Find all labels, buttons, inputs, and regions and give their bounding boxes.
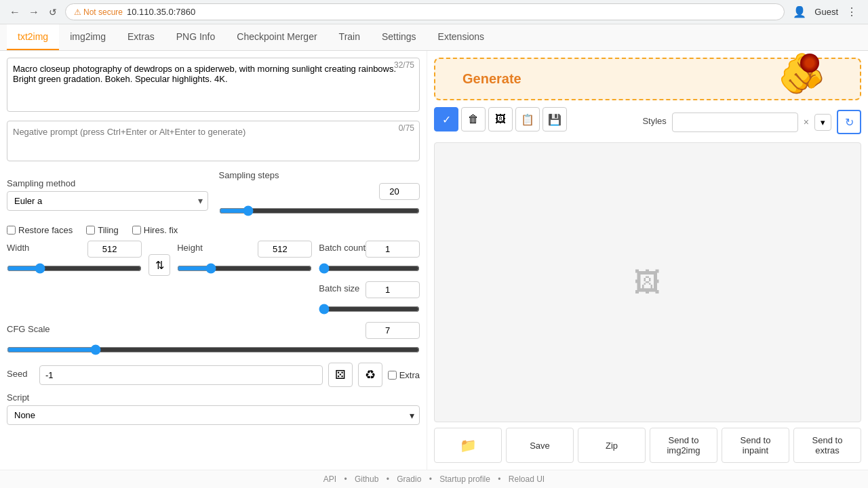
dice-icon: ⚄: [335, 367, 346, 382]
hires-fix-checkbox[interactable]: [132, 226, 141, 235]
height-label: Height: [177, 243, 203, 253]
generate-button[interactable]: Generate: [449, 66, 535, 92]
sampling-steps-input[interactable]: [379, 183, 420, 200]
send-to-extras-button[interactable]: Send to extras: [793, 428, 861, 463]
styles-input[interactable]: [672, 113, 798, 132]
footer-gradio-link[interactable]: Gradio: [397, 474, 421, 484]
zip-button[interactable]: Zip: [578, 428, 646, 463]
tab-settings[interactable]: Settings: [371, 24, 427, 50]
send-to-inpaint-button[interactable]: Send to inpaint: [722, 428, 789, 463]
seed-row: Seed ⚄ ♻ Extra: [7, 363, 420, 387]
styles-dropdown-button[interactable]: ▾: [814, 114, 831, 131]
checkmark-button[interactable]: ✓: [434, 107, 458, 131]
sampling-controls-row: Sampling method Euler a Euler LMS Heun D…: [7, 170, 420, 218]
hires-fix-label[interactable]: Hires. fix: [132, 225, 178, 235]
footer-api-link[interactable]: API: [323, 474, 336, 484]
sampling-steps-col: Sampling steps: [219, 170, 420, 218]
batch-count-input[interactable]: [366, 241, 420, 258]
url-text: 10.110.35.0:7860: [127, 7, 195, 17]
seed-input[interactable]: [39, 365, 323, 385]
positive-prompt-input[interactable]: [7, 58, 420, 112]
sampling-method-select[interactable]: Euler a Euler LMS Heun DPM2 DPM2 a DPM++…: [7, 191, 208, 211]
sampling-method-label: Sampling method: [7, 178, 208, 188]
save-image-button[interactable]: Save: [506, 428, 574, 463]
toolbar-icons: ✓ 🗑 🖼 📋 💾: [434, 107, 567, 131]
tab-train[interactable]: Train: [328, 24, 371, 50]
sampling-steps-label: Sampling steps: [219, 170, 420, 180]
width-col: Width: [7, 241, 142, 276]
positive-token-count: 32/75: [394, 60, 414, 70]
checkboxes-row: Restore faces Tiling Hires. fix: [7, 225, 420, 235]
batch-size-input[interactable]: [366, 281, 420, 298]
script-row: Script None ▾: [7, 392, 420, 425]
batch-size-slider[interactable]: [319, 304, 420, 314]
cfg-row: CFG Scale: [7, 322, 420, 357]
batch-count-slider[interactable]: [319, 263, 420, 274]
image-button[interactable]: 🖼: [488, 107, 513, 131]
extra-checkbox-label[interactable]: Extra: [388, 370, 420, 380]
restore-faces-label[interactable]: Restore faces: [7, 225, 73, 235]
height-col: Height: [177, 241, 312, 276]
width-slider[interactable]: [7, 263, 142, 274]
negative-prompt-input[interactable]: [7, 121, 420, 161]
footer-github-link[interactable]: Github: [355, 474, 378, 484]
seed-recycle-button[interactable]: ♻: [358, 363, 382, 387]
not-secure-indicator: ⚠ Not secure: [74, 7, 123, 17]
account-label: Guest: [814, 7, 838, 17]
refresh-styles-button[interactable]: ↻: [837, 110, 861, 134]
sampling-steps-slider[interactable]: [219, 205, 420, 216]
cfg-slider[interactable]: [7, 344, 420, 355]
seed-dice-button[interactable]: ⚄: [328, 363, 353, 387]
page: txt2img img2img Extras PNG Info Checkpoi…: [0, 24, 868, 488]
tab-txt2img[interactable]: txt2img: [7, 24, 59, 50]
tiling-label[interactable]: Tiling: [86, 225, 119, 235]
footer: API • Github • Gradio • Startup profile …: [0, 470, 868, 488]
left-panel: 32/75 0/75 Sampling method Euler a Euler…: [0, 51, 427, 470]
clipboard-button[interactable]: 📋: [515, 107, 540, 131]
tab-checkpoint-merger[interactable]: Checkpoint Merger: [226, 24, 328, 50]
open-folder-button[interactable]: 📁: [434, 428, 502, 463]
cursor-dot: [800, 54, 819, 73]
account-button[interactable]: 👤: [790, 3, 809, 21]
positive-prompt-wrapper: 32/75: [7, 58, 420, 114]
footer-startup-profile-link[interactable]: Startup profile: [439, 474, 490, 484]
width-input[interactable]: [87, 241, 142, 258]
extra-checkbox[interactable]: [388, 371, 397, 380]
cfg-label: CFG Scale: [7, 324, 50, 334]
styles-area: Styles × ▾ ↻: [642, 110, 861, 134]
tab-extensions[interactable]: Extensions: [427, 24, 495, 50]
browser-actions: 👤 Guest ⋮: [790, 3, 860, 21]
forward-button[interactable]: →: [27, 5, 41, 19]
trash-button[interactable]: 🗑: [461, 107, 486, 131]
tiling-checkbox[interactable]: [86, 226, 95, 235]
tab-extras[interactable]: Extras: [117, 24, 165, 50]
toolbar-row: ✓ 🗑 🖼 📋 💾 Styles × ▾ ↻: [434, 107, 861, 137]
negative-prompt-wrapper: 0/75: [7, 121, 420, 163]
tab-png-info[interactable]: PNG Info: [165, 24, 226, 50]
height-input[interactable]: [258, 241, 312, 258]
negative-token-count: 0/75: [399, 123, 414, 133]
tabs-bar: txt2img img2img Extras PNG Info Checkpoi…: [0, 24, 868, 51]
right-panel: Generate 🫵 ✓ 🗑 🖼 📋 💾: [427, 51, 868, 470]
styles-clear-button[interactable]: ×: [801, 114, 812, 130]
swap-dimensions-button[interactable]: ⇅: [149, 254, 170, 276]
send-to-img2img-button[interactable]: Send to img2img: [650, 428, 717, 463]
menu-button[interactable]: ⋮: [844, 3, 860, 21]
cursor-overlay: 🫵: [777, 54, 826, 93]
reload-button[interactable]: ↺: [46, 5, 60, 19]
back-button[interactable]: ←: [8, 5, 22, 19]
save-button[interactable]: 💾: [542, 107, 567, 131]
styles-label: Styles: [642, 116, 666, 126]
cfg-input[interactable]: [366, 322, 420, 339]
script-select[interactable]: None: [7, 405, 420, 425]
sampling-method-wrapper: Euler a Euler LMS Heun DPM2 DPM2 a DPM++…: [7, 191, 208, 211]
height-slider[interactable]: [177, 263, 312, 274]
tab-img2img[interactable]: img2img: [59, 24, 117, 50]
batch-count-label: Batch count: [319, 243, 366, 253]
address-bar[interactable]: ⚠ Not secure 10.110.35.0:7860: [65, 3, 785, 20]
restore-faces-checkbox[interactable]: [7, 226, 16, 235]
script-select-wrapper: None ▾: [7, 405, 420, 425]
main-content: 32/75 0/75 Sampling method Euler a Euler…: [0, 51, 868, 470]
warning-icon: ⚠: [74, 7, 81, 17]
footer-reload-ui-link[interactable]: Reload UI: [509, 474, 545, 484]
